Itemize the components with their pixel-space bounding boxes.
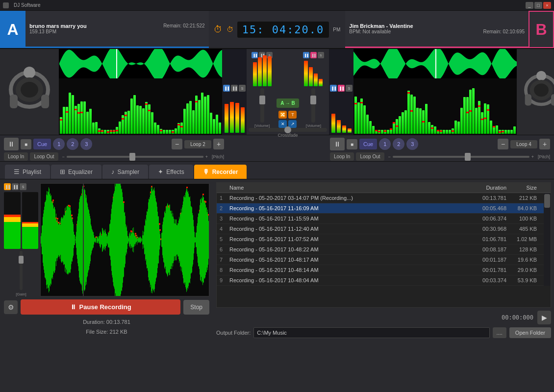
deck-a-cue-3[interactable]: 3 xyxy=(80,138,92,150)
table-row[interactable]: 1 Recording - 05-20-2017 03-14:07 PM (Re… xyxy=(217,193,544,203)
row-size: 1.02 MB xyxy=(506,236,541,242)
meter-icon-2[interactable]: ▐▐ xyxy=(12,183,19,190)
tab-effects[interactable]: ✦ Effects xyxy=(149,165,193,179)
output-path-input[interactable] xyxy=(253,327,489,338)
table-row[interactable]: 9 Recording - 05-16-2017 10-48:04 AM 00:… xyxy=(217,275,544,286)
eq-icon-s[interactable]: S xyxy=(239,85,246,92)
table-row[interactable]: 5 Recording - 05-16-2017 11-07:52 AM 01:… xyxy=(217,234,544,245)
row-num: 6 xyxy=(220,246,229,252)
mix-btn-2[interactable]: T xyxy=(288,111,297,119)
deck-b-pitch-row: Loop In Loop Out − + [Pitch] xyxy=(326,152,554,161)
deck-b-track-name: Jim Brickman - Valentine xyxy=(349,23,413,29)
deck-b-loop-minus[interactable]: − xyxy=(498,139,508,149)
deck-b-loop-in[interactable]: Loop In xyxy=(330,152,354,161)
close-button[interactable]: × xyxy=(543,2,551,9)
deck-b-pause[interactable]: ⏸ xyxy=(330,138,345,150)
scrollbar-header-space xyxy=(541,185,548,191)
browse-button[interactable]: .... xyxy=(493,327,506,338)
table-row[interactable]: 2 Recording - 05-16-2017 11-16:09 AM 00:… xyxy=(217,203,544,214)
equalizer-icon: ⊞ xyxy=(60,168,65,175)
fader-icon-l1[interactable]: ▐▐ xyxy=(252,52,258,58)
fader-icon-r2[interactable]: ▐▐ xyxy=(310,52,317,58)
table-row[interactable]: 8 Recording - 05-16-2017 10-48:14 AM 00:… xyxy=(217,265,544,275)
deck-b-pitch-slider[interactable] xyxy=(393,156,529,158)
fader-icon-r1[interactable]: ▐▐ xyxy=(303,52,309,58)
deck-b-cue-3[interactable]: 3 xyxy=(406,138,418,150)
crossfade-slider[interactable] xyxy=(249,128,327,132)
deck-b-stop[interactable]: ■ xyxy=(347,139,357,149)
window-controls[interactable]: _ □ × xyxy=(526,2,551,9)
ab-button[interactable]: A → B xyxy=(277,98,299,108)
deck-a-cue[interactable]: Cue xyxy=(33,139,51,149)
eq-icon-r1[interactable]: ▐▐ xyxy=(330,85,337,92)
gain-fader-track[interactable] xyxy=(20,251,23,290)
meter-icon-s[interactable]: S xyxy=(20,183,26,190)
settings-button[interactable]: ⚙ xyxy=(4,300,18,314)
gain-fader-thumb[interactable] xyxy=(19,256,24,264)
tab-playlist[interactable]: ☰ Playlist xyxy=(5,165,50,179)
deck-a-loop-minus[interactable]: − xyxy=(172,139,182,149)
deck-b-pitch-thumb[interactable] xyxy=(465,153,471,161)
meter-icon-1[interactable]: ▐▐ xyxy=(4,183,11,190)
fader-track-left[interactable] xyxy=(260,88,264,122)
fader-track-right[interactable] xyxy=(311,88,315,122)
svg-point-11 xyxy=(534,83,549,97)
deck-a-loop-out[interactable]: Loop Out xyxy=(30,152,58,161)
deck-a-controls: ⏸ ■ Cue 1 2 3 − Loop 2 + Loop In Loop Ou… xyxy=(0,136,228,161)
open-folder-button[interactable]: Open Folder xyxy=(509,327,551,338)
tab-sampler[interactable]: ♪ Sampler xyxy=(102,165,148,179)
crossfade-thumb[interactable] xyxy=(284,126,291,133)
deck-b-cue-1[interactable]: 1 xyxy=(379,138,391,150)
fader-thumb-right[interactable] xyxy=(310,96,316,104)
eq-icon-2[interactable]: ▐▐ xyxy=(231,85,238,92)
mix-btn-1[interactable]: 🔀 xyxy=(278,111,287,119)
row-num: 2 xyxy=(220,205,229,211)
table-row[interactable]: 3 Recording - 05-16-2017 11-15:59 AM 00:… xyxy=(217,214,544,224)
table-row[interactable]: 7 Recording - 05-16-2017 10-48:17 AM 00:… xyxy=(217,255,544,265)
tab-recorder[interactable]: 🎙 Recorder xyxy=(194,165,247,179)
deck-b-cue[interactable]: Cue xyxy=(359,139,377,149)
headphone-right-icon xyxy=(517,68,554,117)
deck-a-cue-2[interactable]: 2 xyxy=(67,138,78,150)
pause-recording-button[interactable]: ⏸ Pause Recording xyxy=(21,299,180,315)
tab-effects-label: Effects xyxy=(166,169,184,175)
deck-b-loop-plus[interactable]: + xyxy=(539,139,550,149)
deck-a-pause[interactable]: ⏸ xyxy=(4,138,19,150)
restore-button[interactable]: □ xyxy=(534,2,542,9)
row-name: Recording - 05-16-2017 10-48:14 AM xyxy=(229,267,467,273)
minimize-button[interactable]: _ xyxy=(526,2,533,9)
deck-b-bpm: BPM: Not available xyxy=(349,29,391,34)
deck-b-cue-2[interactable]: 2 xyxy=(393,138,404,150)
eq-icon-r2[interactable]: ▐▐ xyxy=(338,85,345,92)
table-row[interactable]: 4 Recording - 05-16-2017 11-12:40 AM 00:… xyxy=(217,224,544,234)
deck-b-loop-out[interactable]: Loop Out xyxy=(356,152,384,161)
deck-a-cue-1[interactable]: 1 xyxy=(53,138,65,150)
scrollbar-thumb[interactable] xyxy=(544,194,550,208)
deck-a-stop[interactable]: ■ xyxy=(21,139,31,149)
deck-a-pitch-row: Loop In Loop Out − + [Pitch] xyxy=(0,152,228,161)
rec-duration: Duration: 00:13.781 xyxy=(4,318,209,327)
row-name: Recording - 05-16-2017 10-48:17 AM xyxy=(229,257,467,263)
rec-waveform-display xyxy=(40,183,209,296)
eq-icon-1[interactable]: ▐▐ xyxy=(223,85,230,92)
row-name: Recording - 05-16-2017 11-07:52 AM xyxy=(229,236,467,242)
waveform-left xyxy=(59,49,222,135)
deck-a-pitch-slider[interactable] xyxy=(67,156,203,158)
deck-a-loop-in[interactable]: Loop In xyxy=(4,152,28,161)
stop-recording-button[interactable]: Stop xyxy=(183,300,209,315)
table-row[interactable]: 6 Recording - 05-16-2017 10-48:22 AM 00:… xyxy=(217,245,544,255)
clock-icon-1: ⏱ xyxy=(214,24,223,35)
effects-icon: ✦ xyxy=(158,168,163,175)
fader-icon-rs[interactable]: S xyxy=(318,52,324,58)
col-num-header xyxy=(220,185,229,191)
tab-equalizer[interactable]: ⊞ Equalizer xyxy=(51,165,101,179)
deck-a-loop-plus[interactable]: + xyxy=(213,139,224,149)
fader-thumb-left[interactable] xyxy=(259,96,265,104)
row-num: 1 xyxy=(220,195,229,201)
playback-play-button[interactable]: ▶ xyxy=(537,311,551,324)
table-scrollbar[interactable] xyxy=(544,193,551,286)
recorder-icon: 🎙 xyxy=(203,168,209,175)
eq-icon-rs[interactable]: S xyxy=(346,85,353,92)
deck-a-pitch-thumb[interactable] xyxy=(129,153,135,161)
row-name: Recording - 05-16-2017 11-16:09 AM xyxy=(229,205,467,211)
